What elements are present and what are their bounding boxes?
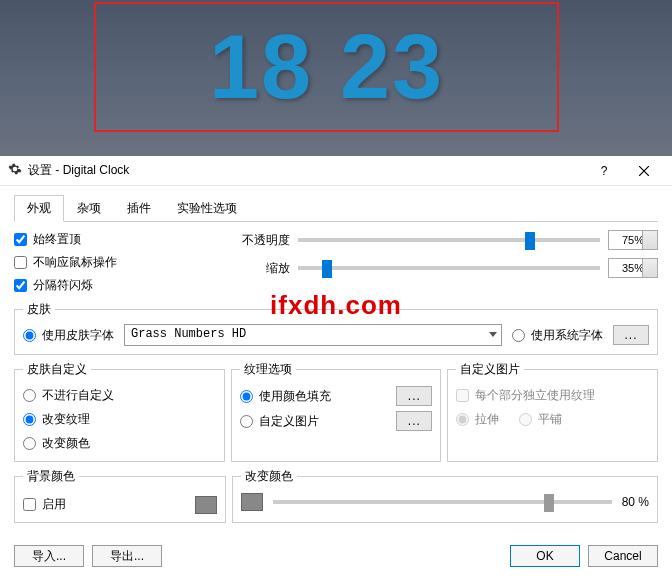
color-change-legend: 改变颜色 xyxy=(241,468,297,485)
tab-misc[interactable]: 杂项 xyxy=(64,195,114,222)
use-skin-font-radio[interactable]: 使用皮肤字体 xyxy=(23,326,114,345)
help-button[interactable]: ? xyxy=(584,157,624,185)
tab-plugins[interactable]: 插件 xyxy=(114,195,164,222)
export-button[interactable]: 导出... xyxy=(92,545,162,567)
selection-box: 18 23 xyxy=(94,2,559,132)
zoom-label: 缩放 xyxy=(234,260,290,277)
custom-image-button[interactable]: ... xyxy=(396,411,432,431)
zoom-slider[interactable] xyxy=(298,266,600,270)
use-system-font-radio[interactable]: 使用系统字体 xyxy=(512,326,603,345)
bg-enable-checkbox[interactable]: 启用 xyxy=(23,495,66,514)
texture-legend: 纹理选项 xyxy=(240,361,296,378)
tab-experimental[interactable]: 实验性选项 xyxy=(164,195,250,222)
clock-time: 18 23 xyxy=(209,16,444,119)
ignore-mouse-checkbox[interactable]: 不响应鼠标操作 xyxy=(14,253,224,272)
stay-on-top-checkbox[interactable]: 始终置顶 xyxy=(14,230,224,249)
opacity-slider[interactable] xyxy=(298,238,600,242)
custom-color-radio[interactable]: 改变颜色 xyxy=(23,434,216,453)
titlebar: 设置 - Digital Clock ? xyxy=(0,156,672,186)
stretch-radio: 拉伸 xyxy=(456,410,499,429)
per-part-checkbox: 每个部分独立使用纹理 xyxy=(456,386,649,405)
skin-combo[interactable]: Grass Numbers HD xyxy=(124,324,502,346)
skin-group: 皮肤 使用皮肤字体 Grass Numbers HD 使用系统字体 ... xyxy=(14,301,658,355)
bg-color-swatch[interactable] xyxy=(195,496,217,514)
separator-flash-checkbox[interactable]: 分隔符闪烁 xyxy=(14,276,224,295)
tab-appearance[interactable]: 外观 xyxy=(14,195,64,222)
clock-preview: 18 23 xyxy=(0,0,672,156)
color-fill-button[interactable]: ... xyxy=(396,386,432,406)
import-button[interactable]: 导入... xyxy=(14,545,84,567)
custom-image-radio[interactable]: 自定义图片 xyxy=(240,412,319,431)
skin-custom-group: 皮肤自定义 不进行自定义 改变纹理 改变颜色 xyxy=(14,361,225,462)
font-select-button[interactable]: ... xyxy=(613,325,649,345)
color-fill-radio[interactable]: 使用颜色填充 xyxy=(240,387,331,406)
change-color-swatch[interactable] xyxy=(241,493,263,511)
custom-none-radio[interactable]: 不进行自定义 xyxy=(23,386,216,405)
cancel-button[interactable]: Cancel xyxy=(588,545,658,567)
bg-legend: 背景颜色 xyxy=(23,468,79,485)
tile-radio: 平铺 xyxy=(519,410,562,429)
color-change-value: 80 % xyxy=(622,495,649,509)
custom-image-group: 自定义图片 每个部分独立使用纹理 拉伸 平铺 xyxy=(447,361,658,462)
color-change-slider[interactable] xyxy=(273,500,612,504)
zoom-spinbox[interactable]: 35% xyxy=(608,258,658,278)
window-title: 设置 - Digital Clock xyxy=(28,162,129,179)
custom-texture-radio[interactable]: 改变纹理 xyxy=(23,410,216,429)
opacity-spinbox[interactable]: 75% xyxy=(608,230,658,250)
dialog-footer: 导入... 导出... OK Cancel xyxy=(0,537,672,575)
skin-custom-legend: 皮肤自定义 xyxy=(23,361,91,378)
opacity-label: 不透明度 xyxy=(234,232,290,249)
skin-legend: 皮肤 xyxy=(23,301,55,318)
ok-button[interactable]: OK xyxy=(510,545,580,567)
gear-icon xyxy=(8,162,22,179)
texture-options-group: 纹理选项 使用颜色填充 ... 自定义图片 ... xyxy=(231,361,442,462)
close-button[interactable] xyxy=(624,157,664,185)
color-change-group: 改变颜色 80 % xyxy=(232,468,658,523)
custom-image-legend: 自定义图片 xyxy=(456,361,524,378)
tab-bar: 外观 杂项 插件 实验性选项 xyxy=(14,194,658,222)
bg-color-group: 背景颜色 启用 xyxy=(14,468,226,523)
